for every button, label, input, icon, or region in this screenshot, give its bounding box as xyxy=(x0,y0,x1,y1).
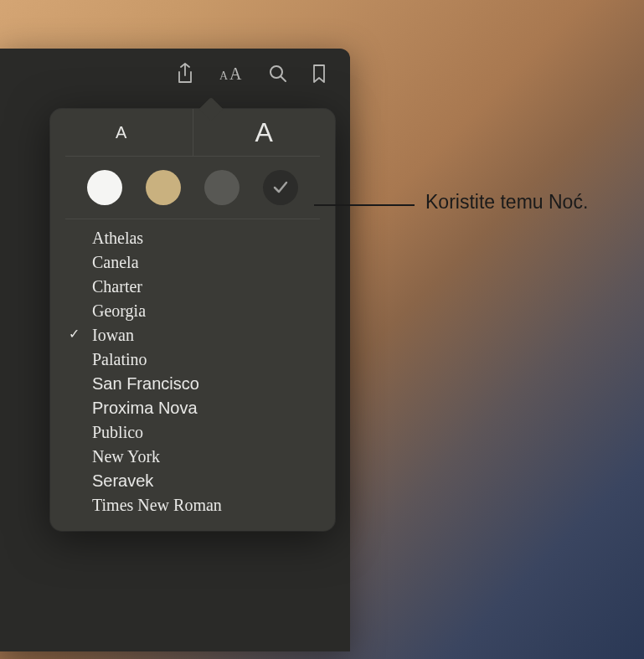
svg-text:A: A xyxy=(229,64,242,83)
font-item[interactable]: Athelas xyxy=(50,226,335,250)
share-icon[interactable] xyxy=(176,63,194,85)
font-item[interactable]: Times New Roman xyxy=(50,493,335,517)
appearance-icon[interactable]: A A xyxy=(218,64,245,83)
svg-text:A: A xyxy=(219,70,229,82)
theme-swatch-white[interactable] xyxy=(87,170,122,205)
font-item[interactable]: Publico xyxy=(50,420,335,445)
decrease-font-button[interactable]: A xyxy=(50,109,193,156)
checkmark-icon xyxy=(271,178,290,197)
bookmark-icon[interactable] xyxy=(312,64,327,84)
font-item[interactable]: New York xyxy=(50,445,335,469)
font-item[interactable]: Charter xyxy=(50,275,335,299)
font-item[interactable]: San Francisco xyxy=(50,372,335,396)
theme-swatch-gray[interactable] xyxy=(204,170,240,205)
theme-row xyxy=(50,157,335,219)
toolbar: A A xyxy=(0,49,350,99)
theme-swatch-sepia[interactable] xyxy=(146,170,181,205)
increase-font-button[interactable]: A xyxy=(193,109,336,156)
font-item[interactable]: Seravek xyxy=(50,469,335,493)
font-item[interactable]: Georgia xyxy=(50,299,335,323)
font-item[interactable]: Iowan xyxy=(50,323,335,348)
search-icon[interactable] xyxy=(268,64,288,84)
callout-line xyxy=(314,204,415,206)
theme-swatch-night[interactable] xyxy=(263,170,298,205)
font-size-row: A A xyxy=(50,109,335,156)
font-list: AthelasCanelaCharterGeorgiaIowanPalatino… xyxy=(50,219,335,517)
callout-text: Koristite temu Noć. xyxy=(425,191,588,214)
font-item[interactable]: Canela xyxy=(50,250,335,275)
appearance-popover: A A AthelasCanelaCharterGeorgiaIowanPala… xyxy=(50,109,335,531)
font-item[interactable]: Proxima Nova xyxy=(50,396,335,420)
font-item[interactable]: Palatino xyxy=(50,348,335,372)
